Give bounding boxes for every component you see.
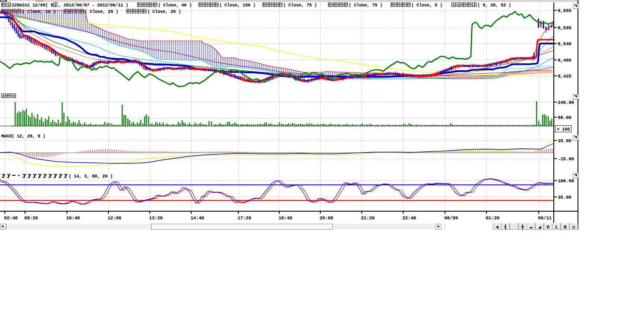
svg-text:12:00: 12:00	[107, 215, 121, 221]
svg-text:20:00: 20:00	[319, 215, 333, 221]
svg-text:MACD( 12, 26, 9 ): MACD( 12, 26, 9 )	[1, 134, 45, 139]
svg-text:× 100: × 100	[557, 127, 570, 132]
svg-text:21:20: 21:20	[361, 215, 375, 221]
svg-text:( 9, 26, 52 ): ( 9, 26, 52 )	[477, 3, 511, 8]
svg-text:18:40: 18:40	[278, 215, 292, 221]
svg-text:◀: ◀	[496, 225, 499, 230]
svg-text:( Close, 5 ): ( Close, 5 )	[411, 3, 442, 8]
svg-text:┫: ┫	[504, 224, 507, 230]
svg-text:8,655: 8,655	[558, 8, 571, 13]
svg-text:22:40: 22:40	[402, 215, 416, 221]
svg-text:06/09: 06/09	[444, 215, 458, 221]
svg-text:14:40: 14:40	[190, 215, 204, 221]
svg-text:35.00: 35.00	[558, 138, 571, 144]
svg-text:◎: ◎	[572, 225, 575, 230]
svg-text:8,425: 8,425	[558, 74, 571, 79]
svg-text:( Close, 40 ): ( Close, 40 )	[158, 3, 192, 8]
svg-text:( Close, 20 ): ( Close, 20 )	[147, 9, 181, 14]
svg-text:◢: ◢	[538, 225, 541, 230]
svg-text:( Close, 25 ): ( Close, 25 )	[85, 9, 118, 14]
svg-text:8,480: 8,480	[558, 58, 571, 63]
svg-text:8,540: 8,540	[558, 41, 571, 47]
svg-text:35.00: 35.00	[558, 195, 571, 200]
svg-text:( Close, 75 ): ( Close, 75 )	[349, 3, 382, 8]
svg-text:L: L	[555, 225, 558, 230]
svg-text:( 14, 3, 80, 20 ): ( 14, 3, 80, 20 )	[69, 174, 113, 179]
svg-text:01:20: 01:20	[486, 215, 499, 221]
svg-text:( Close, 150 ): ( Close, 150 )	[219, 3, 256, 8]
svg-text:D: D	[547, 225, 550, 230]
svg-text:, 2012/06/07 - 2012/06/11 ): , 2012/06/07 - 2012/06/11 )	[58, 3, 128, 8]
svg-text:8,595: 8,595	[558, 25, 571, 31]
svg-text:90.00: 90.00	[558, 115, 571, 120]
svg-text:-15.00: -15.00	[558, 156, 574, 162]
svg-text:225mini 12/09( 5: 225mini 12/09( 5	[12, 3, 53, 8]
svg-text:06/11: 06/11	[538, 215, 552, 221]
svg-text:13:20: 13:20	[149, 215, 163, 221]
svg-text:╋: ╋	[521, 224, 524, 230]
svg-text:▬: ▬	[530, 225, 533, 230]
svg-text:10:40: 10:40	[66, 215, 80, 221]
svg-text:17:20: 17:20	[237, 215, 251, 221]
svg-text:100.00: 100.00	[558, 178, 574, 184]
svg-text:240.00: 240.00	[558, 100, 574, 105]
svg-text:( Close, 75 ): ( Close, 75 )	[283, 3, 317, 8]
svg-text:02:40: 02:40	[4, 215, 18, 221]
svg-text:09:20: 09:20	[24, 215, 38, 221]
svg-text:B: B	[564, 225, 567, 230]
